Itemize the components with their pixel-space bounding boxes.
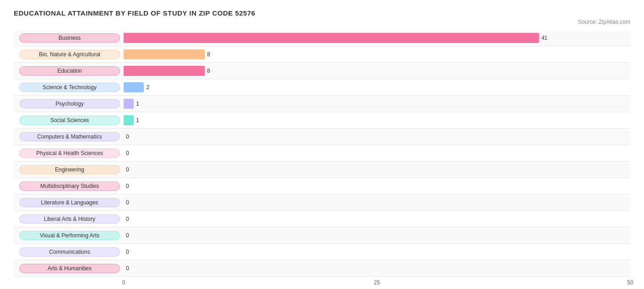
bar-label: Arts & Humanities [19, 264, 120, 273]
bar-container: 41 [124, 33, 630, 43]
bar-container: 0 [124, 247, 630, 257]
bar-row: Multidisciplinary Studies0 [14, 178, 630, 194]
bar-label: Engineering [19, 165, 120, 174]
bar-value-label: 8 [207, 68, 210, 74]
bar-label: Psychology [19, 99, 120, 108]
bar-value-label: 2 [146, 84, 149, 91]
bar-container: 0 [124, 148, 630, 158]
bar-label: Physical & Health Sciences [19, 149, 120, 158]
bar-label: Liberal Arts & History [19, 214, 120, 224]
bar-value-label: 1 [136, 101, 139, 107]
x-axis: 02550 [14, 279, 630, 289]
bar-container: 0 [124, 214, 630, 224]
bar-container: 0 [124, 165, 630, 175]
bar-container: 2 [124, 82, 630, 92]
bar-row: Social Sciences1 [14, 112, 630, 128]
x-tick-label: 0 [122, 279, 126, 286]
bar-container: 0 [124, 198, 630, 208]
bar-row: Arts & Humanities0 [14, 260, 630, 277]
bar-label: Visual & Performing Arts [19, 231, 120, 240]
bar-row: Education8 [14, 63, 630, 79]
bar-container: 8 [124, 66, 630, 76]
bar-fill [124, 115, 134, 125]
bar-value-label: 0 [126, 166, 129, 173]
bar-value-label: 0 [126, 150, 129, 156]
bar-row: Engineering0 [14, 161, 630, 178]
bar-row: Communications0 [14, 244, 630, 260]
bar-label: Multidisciplinary Studies [19, 182, 120, 191]
x-tick-label: 25 [374, 279, 380, 286]
bar-value-label: 8 [207, 51, 210, 58]
bar-row: Physical & Health Sciences0 [14, 145, 630, 161]
bar-value-label: 0 [126, 199, 129, 206]
source-label: Source: ZipAtlas.com [14, 19, 630, 25]
bar-value-label: 0 [126, 232, 129, 239]
bar-value-label: 0 [126, 265, 129, 272]
bar-label: Social Sciences [19, 116, 120, 125]
bar-value-label: 41 [541, 35, 547, 41]
bar-label: Bio, Nature & Agricultural [19, 50, 120, 59]
bar-value-label: 0 [126, 134, 129, 140]
bar-label: Communications [19, 247, 120, 257]
bar-label: Business [19, 33, 120, 43]
x-tick-label: 50 [627, 279, 633, 286]
bar-label: Literature & Languages [19, 198, 120, 207]
bar-label: Science & Technology [19, 83, 120, 92]
bar-container: 0 [124, 181, 630, 191]
bar-value-label: 1 [136, 117, 139, 123]
bar-container: 0 [124, 230, 630, 241]
bar-value-label: 0 [126, 249, 129, 255]
chart-title: EDUCATIONAL ATTAINMENT BY FIELD OF STUDY… [14, 9, 630, 17]
bar-row: Literature & Languages0 [14, 194, 630, 211]
bar-label: Computers & Mathematics [19, 132, 120, 141]
bar-container: 1 [124, 99, 630, 109]
bar-fill [124, 82, 144, 92]
bar-fill [124, 99, 134, 109]
bar-row: Psychology1 [14, 96, 630, 112]
chart-area: Business41Bio, Nature & Agricultural8Edu… [14, 30, 630, 277]
bar-row: Business41 [14, 30, 630, 46]
bar-container: 1 [124, 115, 630, 125]
bar-row: Liberal Arts & History0 [14, 211, 630, 227]
bar-fill [124, 49, 205, 59]
bar-row: Bio, Nature & Agricultural8 [14, 46, 630, 63]
bar-fill [124, 33, 539, 43]
bar-container: 0 [124, 263, 630, 273]
bar-container: 0 [124, 132, 630, 142]
bar-row: Computers & Mathematics0 [14, 128, 630, 145]
bar-fill [124, 66, 205, 76]
bar-label: Education [19, 66, 120, 75]
bar-value-label: 0 [126, 216, 129, 222]
bar-row: Visual & Performing Arts0 [14, 227, 630, 244]
bar-row: Science & Technology2 [14, 79, 630, 96]
bar-container: 8 [124, 49, 630, 59]
bar-value-label: 0 [126, 183, 129, 189]
